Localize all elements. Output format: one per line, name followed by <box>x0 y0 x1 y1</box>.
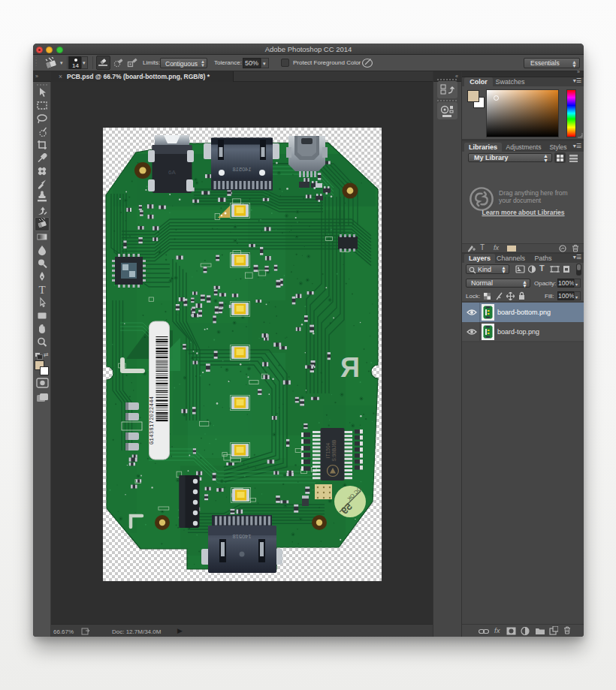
svg-text:T: T <box>38 284 45 296</box>
svg-text:140518: 140518 <box>232 166 251 173</box>
svg-text:S:98BJ6B: S:98BJ6B <box>331 440 337 462</box>
svg-text:6A: 6A <box>168 169 176 176</box>
svg-text:IT1504: IT1504 <box>325 443 331 459</box>
svg-text:G1438172022444: G1438172022444 <box>149 396 155 444</box>
svg-text:R: R <box>340 352 360 383</box>
svg-text:140518: 140518 <box>232 533 251 540</box>
